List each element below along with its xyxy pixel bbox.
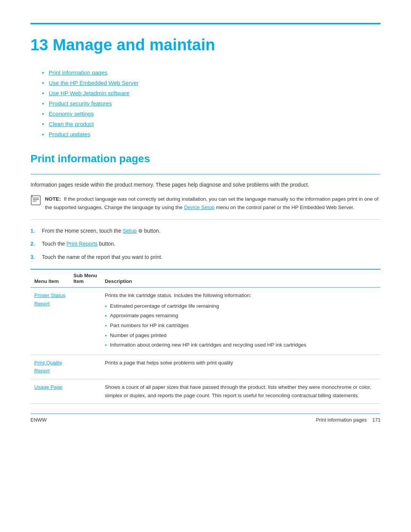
sub-menu-1 [70, 288, 101, 355]
bullet-item: Estimated percentage of cartridge life r… [105, 302, 377, 310]
toc-list: Print information pages Use the HP Embed… [42, 69, 381, 137]
note-body-after: menu on the control panel or the HP Embe… [215, 204, 354, 210]
step-2-text: Touch the Print Reports button. [42, 240, 115, 248]
steps-list: 1. From the Home screen, touch the Setup… [30, 227, 381, 262]
toc-item-5[interactable]: Economy settings [42, 110, 381, 117]
top-border [30, 23, 381, 24]
step-1-icon: ⚙ [138, 228, 143, 234]
section-intro: Information pages reside within the prod… [30, 181, 381, 189]
step-2: 2. Touch the Print Reports button. [30, 240, 381, 248]
table-row: Printer Status Report Prints the ink car… [30, 288, 381, 355]
footer-left: ENWW [30, 417, 47, 423]
step-2-link[interactable]: Print Reports [67, 241, 98, 247]
toc-item-4[interactable]: Product security features [42, 100, 381, 107]
desc-3: Shows a count of all paper sizes that ha… [101, 379, 381, 403]
table-row: Usage Page Shows a count of all paper si… [30, 379, 381, 403]
table-header-row: Menu Item Sub Menu Item Description [30, 269, 381, 288]
bullet-item: Number of pages printed [105, 331, 377, 340]
note-divider [30, 219, 381, 220]
toc-link-4[interactable]: Product security features [49, 100, 112, 107]
menu-item-3: Usage Page [30, 379, 70, 403]
footer-right: Print information pages 171 [316, 417, 381, 423]
toc-item-3[interactable]: Use HP Web Jetadmin software [42, 90, 381, 96]
table-row: Print Quality Report Prints a page that … [30, 355, 381, 379]
step-3-text: Touch the name of the report that you wa… [42, 253, 162, 261]
toc-item-1[interactable]: Print information pages [42, 69, 381, 76]
sub-menu-3 [70, 379, 101, 403]
note-label: NOTE: [45, 196, 61, 202]
step-1-text: From the Home screen, touch the Setup ⚙ … [42, 227, 161, 235]
section-title: Print information pages [30, 153, 381, 166]
col-menu-item: Menu Item [30, 269, 70, 288]
desc-2: Prints a page that helps solve problems … [101, 355, 381, 379]
toc-link-1[interactable]: Print information pages [49, 69, 107, 76]
step-1: 1. From the Home screen, touch the Setup… [30, 227, 381, 235]
page-container: 13 Manage and maintain Print information… [0, 0, 411, 434]
toc-link-6[interactable]: Clean the product [49, 121, 94, 127]
svg-text:✎: ✎ [31, 195, 33, 198]
toc-item-7[interactable]: Product updates [42, 131, 381, 137]
bullet-item: Approximate pages remaining [105, 312, 377, 320]
note-text: NOTE: If the product language was not co… [45, 195, 381, 211]
menu-item-1: Printer Status Report [30, 288, 70, 355]
step-3: 3. Touch the name of the report that you… [30, 253, 381, 261]
col-description: Description [101, 269, 381, 288]
step-2-num: 2. [30, 240, 42, 248]
toc-link-2[interactable]: Use the HP Embedded Web Server [49, 80, 139, 86]
bullet-item: Part numbers for HP ink cartridges [105, 321, 377, 330]
sub-menu-2 [70, 355, 101, 379]
toc-item-6[interactable]: Clean the product [42, 121, 381, 127]
toc-link-3[interactable]: Use HP Web Jetadmin software [49, 90, 129, 96]
page-footer: ENWW Print information pages 171 [30, 414, 381, 423]
step-1-link[interactable]: Setup [123, 228, 137, 234]
desc-bullets-1: Estimated percentage of cartridge life r… [105, 302, 377, 349]
toc-link-7[interactable]: Product updates [49, 131, 90, 137]
desc-1: Prints the ink cartridge status. Include… [101, 288, 381, 355]
chapter-title: 13 Manage and maintain [30, 36, 381, 54]
col-sub-menu: Sub Menu Item [70, 269, 101, 288]
menu-item-2: Print Quality Report [30, 355, 70, 379]
note-box: ✎ NOTE: If the product language was not … [30, 195, 381, 211]
toc-item-2[interactable]: Use the HP Embedded Web Server [42, 80, 381, 86]
note-icon: ✎ [30, 195, 41, 206]
note-device-setup-link[interactable]: Device Setup [184, 204, 215, 210]
step-3-num: 3. [30, 253, 42, 261]
section-divider [30, 174, 381, 174]
step-1-num: 1. [30, 227, 42, 235]
toc-link-5[interactable]: Economy settings [49, 110, 94, 117]
info-pages-table: Menu Item Sub Menu Item Description Prin… [30, 269, 381, 404]
bullet-item: Information about ordering new HP ink ca… [105, 341, 377, 349]
